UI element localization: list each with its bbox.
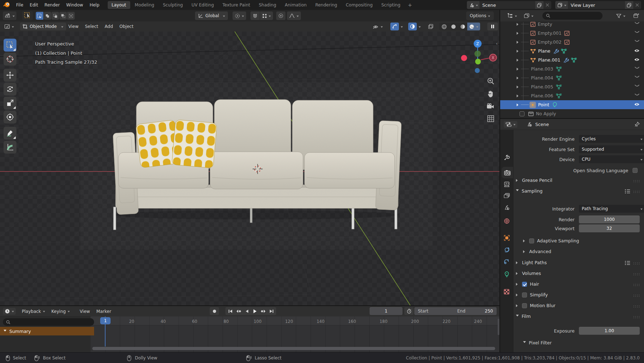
play-button[interactable] [251,308,259,314]
scene-unlink-button[interactable] [543,1,551,9]
menu-window[interactable]: Window [63,3,86,8]
section-adaptive-sampling[interactable]: Adaptive Sampling [523,238,579,243]
outliner-row[interactable]: Plane.001 [500,55,644,64]
menu-render[interactable]: Render [41,3,63,8]
eye-open-icon[interactable] [634,58,640,62]
options-dropdown[interactable]: Options [466,11,494,20]
pan-hand-icon[interactable] [487,90,494,98]
outliner-search-input[interactable] [542,12,602,20]
simplify-checkbox[interactable] [522,292,527,297]
tab-shading[interactable]: Shading [255,1,280,9]
outliner-row[interactable]: Plane [500,47,644,55]
scene-browse-button[interactable] [467,1,479,9]
tool-cursor-button[interactable] [4,53,16,66]
tab-compositing[interactable]: Compositing [342,1,376,9]
view-layer-browse-button[interactable] [555,1,568,9]
blender-logo-icon[interactable] [3,1,11,8]
xray-toggle-button[interactable] [426,23,435,30]
outliner-filter-dropdown[interactable] [522,12,535,20]
hair-checkbox[interactable] [522,282,527,287]
tab-texture-paint[interactable]: Texture Paint [219,1,254,9]
select-mode-extend-button[interactable] [44,12,51,20]
eye-closed-icon[interactable] [634,67,640,70]
viewport-menu-object[interactable]: Object [116,24,137,29]
outliner-filter-funnel-dropdown[interactable] [615,12,627,20]
proportional-falloff-dropdown[interactable] [287,11,301,20]
viewport-menu-add[interactable]: Add [102,24,116,29]
shading-material-button[interactable] [458,23,467,30]
current-frame-field[interactable]: 1 [370,307,402,315]
tool-select-box-button[interactable] [4,39,16,52]
feature-set-dropdown[interactable]: Supported [579,145,644,153]
pivot-point-dropdown[interactable] [233,11,246,20]
shading-wireframe-button[interactable] [439,23,449,30]
snap-toggle-button[interactable] [250,11,260,20]
outliner-row-selected[interactable]: Point [500,100,644,109]
section-motion-blur[interactable]: Motion Blur [516,303,555,308]
menu-file[interactable]: File [13,3,26,8]
presets-icon[interactable] [625,189,630,194]
tab-view-layer-properties[interactable] [500,190,513,201]
outliner-row[interactable]: Plane.005 [500,82,644,91]
motion-blur-checkbox[interactable] [522,303,527,308]
ortho-grid-icon[interactable] [487,115,494,122]
use-preview-range-button[interactable] [404,307,414,315]
frame-end-field[interactable]: End 250 [454,307,497,315]
gizmos-dropdown[interactable] [389,23,404,30]
timeline-menu-keying[interactable]: Keying [48,309,73,314]
tab-uv-editing[interactable]: UV Editing [187,1,218,9]
section-film[interactable]: Film [516,314,531,319]
select-mode-invert-button[interactable] [59,12,67,20]
viewport-menu-select[interactable]: Select [82,24,101,29]
tab-object-properties[interactable] [500,232,513,243]
prev-keyframe-button[interactable] [234,308,243,314]
menu-edit[interactable]: Edit [26,3,41,8]
outliner-display-mode-dropdown[interactable] [506,12,518,20]
tool-annotate-button[interactable] [4,127,16,140]
snap-settings-dropdown[interactable] [260,11,273,20]
tool-rotate-button[interactable] [4,83,16,96]
select-mode-intersect-button[interactable] [67,12,75,20]
section-grease-pencil[interactable]: Grease Pencil [516,178,552,183]
prev-frame-button[interactable] [243,308,251,314]
tool-type-dropdown[interactable] [3,11,16,20]
eye-closed-icon[interactable] [634,93,640,97]
adaptive-sampling-checkbox[interactable] [529,238,534,243]
tab-scripting[interactable]: Scripting [377,1,404,9]
transform-orientation-dropdown[interactable]: Global [195,11,228,20]
section-advanced[interactable]: Advanced [523,249,551,254]
tool-scale-button[interactable] [4,97,16,110]
add-workspace-button[interactable]: + [405,1,415,9]
new-collection-button[interactable] [632,12,640,20]
proportional-editing-button[interactable] [276,11,286,20]
scene-copy-button[interactable] [535,1,543,9]
next-keyframe-button[interactable] [259,308,267,314]
frame-start-field[interactable]: Start 1 [414,307,460,315]
eye-closed-icon[interactable] [634,22,640,25]
navigation-gizmo[interactable]: Z X [461,34,500,77]
section-volumes[interactable]: Volumes [516,271,541,276]
tab-rendering[interactable]: Rendering [311,1,341,9]
properties-editor-type-dropdown[interactable] [504,121,517,128]
exposure-field[interactable]: 1.00 [579,327,640,335]
tab-physics-properties[interactable] [500,244,513,255]
select-mode-subtract-button[interactable] [52,12,59,20]
tool-measure-button[interactable] [4,141,16,154]
eye-closed-icon[interactable] [634,31,640,34]
editor-type-dropdown[interactable] [3,23,15,30]
timeline-editor-type-dropdown[interactable] [3,308,16,315]
current-frame-badge[interactable]: 1 [100,317,111,324]
camera-view-icon[interactable] [487,103,494,110]
menu-help[interactable]: Help [86,3,102,8]
outliner-row[interactable]: Empty [500,21,644,29]
record-button[interactable] [210,307,219,315]
view-layer-name-field[interactable]: View Layer [568,3,625,8]
tab-animation[interactable]: Animation [281,1,311,9]
pin-icon[interactable] [635,122,640,127]
outliner-row[interactable]: Plane.003 [500,64,644,73]
jump-to-end-button[interactable] [267,308,275,314]
presets-icon[interactable] [625,261,630,265]
tab-data-properties[interactable] [500,268,513,280]
view-layer-copy-button[interactable] [625,1,633,9]
tab-sculpting[interactable]: Sculpting [159,1,187,9]
